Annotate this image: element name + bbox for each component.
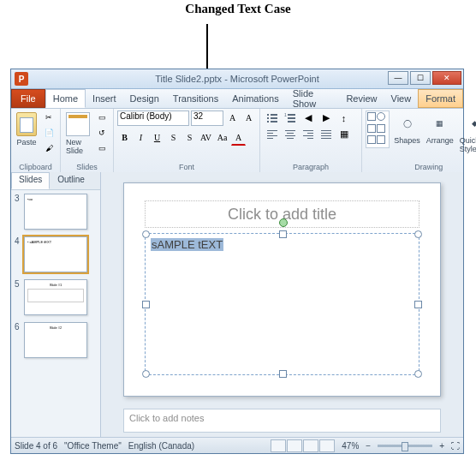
resize-handle[interactable] [142,370,150,378]
thumbnail-3[interactable]: •oo [24,194,87,230]
new-slide-label: New Slide [66,138,90,155]
sample-text[interactable]: sAMPLE tEXT [151,238,223,251]
align-center-button[interactable] [282,127,298,141]
paste-label: Paste [16,138,36,146]
shapes-l: Shapes [394,136,420,145]
shapes-gallery[interactable] [366,111,390,148]
line-spacing-button[interactable]: ↕ [336,111,352,125]
resize-handle[interactable] [142,230,150,238]
font-size-select[interactable]: 32 [191,111,223,126]
shapes-button[interactable]: ◯ Shapes [392,111,422,146]
resize-handle[interactable] [414,370,422,378]
shadow-button[interactable]: S [182,130,197,145]
slide[interactable]: Click to add title sAMPLE tEXT [123,182,441,397]
quick-styles-button[interactable]: ◆ Quick Styles [458,111,476,155]
font-color-button[interactable]: A [231,130,246,146]
zoom-level[interactable]: 47% [342,441,359,451]
tab-review[interactable]: Review [339,89,384,108]
copy-button[interactable]: 📄 [41,126,57,140]
powerpoint-window: P Title Slide2.pptx - Microsoft PowerPoi… [10,69,464,454]
slides-subtab[interactable]: Slides [11,172,50,189]
maximize-button[interactable]: ☐ [410,71,431,85]
statusbar: Slide 4 of 6 "Office Theme" English (Can… [11,437,463,453]
paste-button[interactable]: Paste [15,111,39,148]
language-button[interactable]: English (Canada) [128,441,194,451]
change-case-button[interactable]: Aa [215,130,229,145]
arrange-icon: ▦ [429,112,451,134]
normal-view-button[interactable] [271,439,286,452]
group-drawing: ◯ Shapes ▦ Arrange ◆ Quick Styles Drawin… [362,109,476,172]
slide-canvas: Click to add title sAMPLE tEXT C [101,172,463,438]
thumb-num: 4 [15,236,21,246]
left-pane: Slides Outline 3•oo 4• sAMPLE tEXT 5Slid… [11,172,101,438]
columns-button[interactable]: ▦ [336,127,352,141]
bullets-button[interactable] [264,111,280,125]
tab-animations[interactable]: Animations [225,89,285,108]
font-name-select[interactable]: Calibri (Body) [117,111,189,126]
thumbnail-4[interactable]: • sAMPLE tEXT [24,236,87,272]
tab-view[interactable]: View [384,89,419,108]
arrange-button[interactable]: ▦ Arrange [425,111,455,146]
workarea: Slides Outline 3•oo 4• sAMPLE tEXT 5Slid… [11,172,463,438]
thumbnail-6[interactable]: Slide #2 [24,322,87,358]
titlebar: P Title Slide2.pptx - Microsoft PowerPoi… [11,69,463,89]
cut-button[interactable]: ✂ [41,111,57,124]
outline-subtab[interactable]: Outline [50,172,92,189]
thumbnail-5[interactable]: Slide #1 [24,279,87,315]
bold-button[interactable]: B [117,130,132,145]
underline-button[interactable]: U [150,130,164,145]
numbering-button[interactable]: 1 [282,111,298,125]
grow-font-button[interactable]: A [225,111,240,125]
spacing-button[interactable]: AV [199,130,213,145]
align-left-button[interactable] [264,127,280,141]
resize-handle[interactable] [414,230,422,238]
resize-handle[interactable] [414,301,422,308]
section-button[interactable]: ▭ [94,141,110,155]
close-button[interactable]: ✕ [432,71,461,85]
annotation-label: Changed Text Case [0,2,476,16]
tab-transitions[interactable]: Transitions [166,89,225,108]
slide-counter: Slide 4 of 6 [15,441,57,451]
align-right-button[interactable] [300,127,316,141]
decrease-indent-button[interactable]: ◀ [300,111,316,125]
justify-button[interactable] [318,127,334,141]
arrange-l: Arrange [426,136,454,145]
strike-button[interactable]: S [166,130,181,145]
group-font: Calibri (Body) 32 A A B I U S S AV Aa A [114,109,260,172]
slideshow-view-button[interactable] [319,439,335,452]
new-slide-button[interactable]: New Slide [64,111,92,157]
reading-view-button[interactable] [303,439,318,452]
minimize-button[interactable]: — [388,71,408,85]
thumb-num: 6 [15,322,21,332]
tab-format[interactable]: Format [418,89,463,108]
group-clipboard: Paste ✂ 📄 🖌 Clipboard [11,109,61,172]
thumbnails: 3•oo 4• sAMPLE tEXT 5Slide #1 6Slide #2 [11,190,100,438]
rotate-handle[interactable] [279,218,288,227]
file-tab[interactable]: File [11,89,45,108]
tab-insert[interactable]: Insert [86,89,123,108]
shrink-font-button[interactable]: A [241,111,256,125]
tab-slideshow[interactable]: Slide Show [286,89,340,108]
zoom-slider[interactable] [378,445,432,447]
clipboard-label: Clipboard [15,162,57,172]
sorter-view-button[interactable] [287,439,302,452]
tab-home[interactable]: Home [45,89,86,108]
reset-button[interactable]: ↺ [94,126,110,140]
resize-handle[interactable] [142,301,150,308]
quick-styles-icon: ◆ [464,112,476,134]
ribbon: Paste ✂ 📄 🖌 Clipboard New Slide [11,109,463,173]
format-painter-button[interactable]: 🖌 [41,141,57,155]
content-placeholder[interactable]: sAMPLE tEXT [145,233,419,375]
resize-handle[interactable] [279,230,287,238]
italic-button[interactable]: I [134,130,148,145]
increase-indent-button[interactable]: ▶ [318,111,334,125]
layout-button[interactable]: ▭ [94,111,110,124]
zoom-out-button[interactable]: − [366,441,371,451]
fit-button[interactable]: ⛶ [451,441,460,451]
notes-pane[interactable]: Click to add notes [123,409,441,433]
new-slide-icon [66,112,90,136]
zoom-in-button[interactable]: + [439,441,444,451]
slides-label: Slides [64,162,110,172]
tab-design[interactable]: Design [123,89,166,108]
resize-handle[interactable] [279,370,287,378]
